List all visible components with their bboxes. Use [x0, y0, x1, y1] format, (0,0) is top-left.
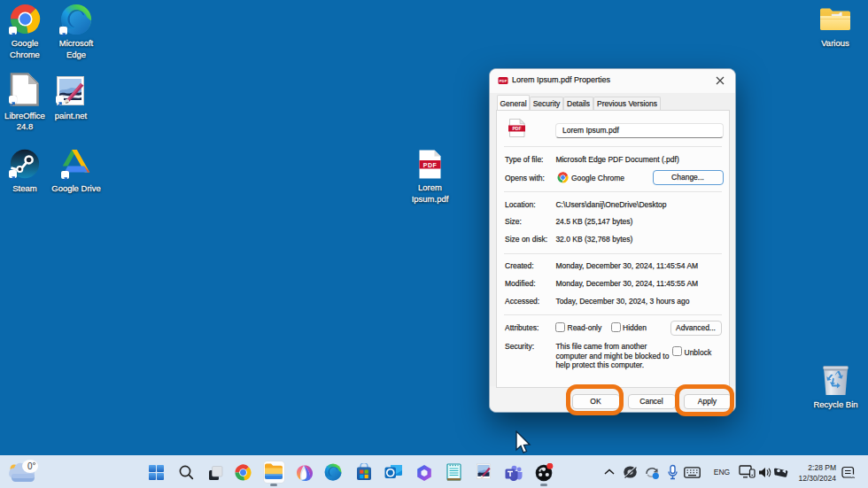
svg-text:PDF: PDF: [513, 126, 522, 131]
svg-text:PDF: PDF: [500, 79, 508, 83]
svg-text:0: 0: [27, 461, 33, 471]
svg-text:PDF: PDF: [423, 162, 438, 168]
